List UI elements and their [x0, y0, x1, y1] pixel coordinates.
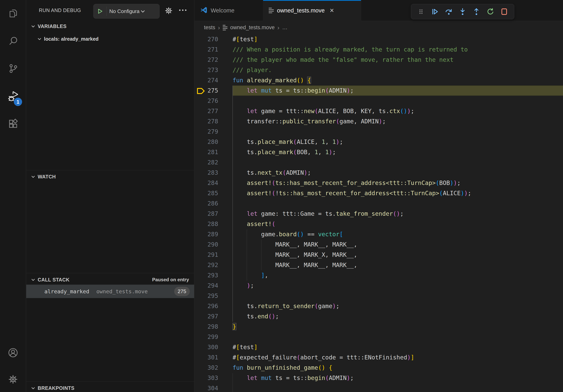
code-line-304[interactable]: 304	[194, 383, 563, 392]
breadcrumb-item[interactable]: owned_tests.move	[230, 25, 275, 31]
activity-settings[interactable]	[0, 369, 26, 391]
code-line-281[interactable]: 281 ts.place_mark(BOB, 1, 1);	[194, 147, 563, 157]
gutter-line-283[interactable]: 283	[194, 168, 232, 178]
gutter-line-301[interactable]: 301	[194, 352, 232, 363]
debug-step-over-icon[interactable]	[442, 5, 455, 18]
gutter-line-275[interactable]: 275	[194, 85, 232, 96]
call-stack-section-header[interactable]: CALL STACK Paused on entry	[26, 275, 194, 285]
code-line-274[interactable]: 274fun already_marked() {	[194, 75, 563, 85]
code-line-282[interactable]: 282	[194, 157, 563, 168]
code-line-293[interactable]: 293 ],	[194, 270, 563, 280]
code-line-291[interactable]: 291 MARK__, MARK_X, MARK__,	[194, 250, 563, 260]
code-line-301[interactable]: 301#[expected_failure(abort_code = ttt::…	[194, 352, 563, 363]
gutter-line-302[interactable]: 302	[194, 363, 232, 373]
tab-welcome[interactable]: Welcome	[194, 0, 263, 21]
gutter-line-270[interactable]: 270	[194, 34, 232, 44]
code-line-270[interactable]: 270#[test]	[194, 34, 563, 44]
gutter-line-271[interactable]: 271	[194, 44, 232, 55]
variables-scope-row[interactable]: locals: already_marked	[26, 34, 194, 44]
gutter-line-287[interactable]: 287	[194, 209, 232, 219]
gutter-line-274[interactable]: 274	[194, 75, 232, 85]
code-line-280[interactable]: 280 ts.place_mark(ALICE, 1, 1);	[194, 137, 563, 147]
code-line-272[interactable]: 272/// the player who made the "false" m…	[194, 55, 563, 65]
code-line-300[interactable]: 300#[test]	[194, 342, 563, 352]
gutter-line-292[interactable]: 292	[194, 260, 232, 270]
code-line-302[interactable]: 302fun burn_unfinished_game() {	[194, 363, 563, 373]
code-line-296[interactable]: 296 ts.return_to_sender(game);	[194, 301, 563, 311]
debug-step-into-icon[interactable]	[456, 5, 469, 18]
breakpoints-section-header[interactable]: BREAKPOINTS	[26, 383, 194, 392]
activity-search[interactable]	[0, 30, 26, 52]
call-stack-frame-row[interactable]: already_marked owned_tests.move 275	[26, 285, 194, 298]
launch-configuration-dropdown[interactable]: No Configura	[93, 4, 160, 19]
gutter-line-284[interactable]: 284	[194, 178, 232, 188]
code-line-277[interactable]: 277 let game = ttt::new(ALICE, BOB, KEY,…	[194, 106, 563, 116]
gutter-line-296[interactable]: 296	[194, 301, 232, 311]
activity-explorer[interactable]	[0, 3, 26, 25]
code-line-292[interactable]: 292 MARK__, MARK__, MARK__,	[194, 260, 563, 270]
code-line-295[interactable]: 295	[194, 291, 563, 301]
gutter-line-300[interactable]: 300	[194, 342, 232, 352]
code-line-284[interactable]: 284 assert!(ts::has_most_recent_for_addr…	[194, 178, 563, 188]
code-line-276[interactable]: 276	[194, 96, 563, 106]
gutter-line-295[interactable]: 295	[194, 291, 232, 301]
more-actions-icon[interactable]	[179, 10, 186, 11]
activity-extensions[interactable]	[0, 113, 26, 135]
gutter-line-278[interactable]: 278	[194, 116, 232, 127]
activity-run-and-debug[interactable]: 1	[0, 85, 26, 107]
breadcrumb-item[interactable]: tests	[204, 25, 215, 31]
code-line-303[interactable]: 303 let mut ts = ts::begin(ADMIN);	[194, 373, 563, 383]
code-line-273[interactable]: 273/// player.	[194, 65, 563, 75]
gutter-line-279[interactable]: 279	[194, 127, 232, 137]
gutter-line-293[interactable]: 293	[194, 270, 232, 280]
code-line-278[interactable]: 278 transfer::public_transfer(game, ADMI…	[194, 116, 563, 127]
gutter-line-299[interactable]: 299	[194, 332, 232, 342]
code-line-297[interactable]: 297 ts.end();	[194, 311, 563, 322]
gutter-line-277[interactable]: 277	[194, 106, 232, 116]
code-area[interactable]: 270#[test]271/// When a position is alre…	[194, 34, 563, 392]
gutter-line-290[interactable]: 290	[194, 239, 232, 250]
gutter-line-291[interactable]: 291	[194, 250, 232, 260]
watch-section-header[interactable]: WATCH	[26, 172, 194, 182]
code-line-279[interactable]: 279	[194, 127, 563, 137]
code-line-289[interactable]: 289 game.board() == vector[	[194, 229, 563, 239]
debug-step-out-icon[interactable]	[470, 5, 483, 18]
code-line-283[interactable]: 283 ts.next_tx(ADMIN);	[194, 168, 563, 178]
code-line-287[interactable]: 287 let game: ttt::Game = ts.take_from_s…	[194, 209, 563, 219]
gutter-line-281[interactable]: 281	[194, 147, 232, 157]
gutter-line-298[interactable]: 298	[194, 322, 232, 332]
close-icon[interactable]: ×	[330, 7, 334, 14]
code-line-288[interactable]: 288 assert!(	[194, 219, 563, 229]
breadcrumb-item[interactable]: …	[282, 25, 288, 31]
gutter-line-286[interactable]: 286	[194, 198, 232, 209]
gutter-line-280[interactable]: 280	[194, 137, 232, 147]
variables-section-header[interactable]: VARIABLES	[26, 21, 194, 31]
gripper-icon[interactable]	[415, 5, 427, 18]
gutter-line-288[interactable]: 288	[194, 219, 232, 229]
gutter-line-273[interactable]: 273	[194, 65, 232, 75]
code-line-275[interactable]: 275 let mut ts = ts::begin(ADMIN);	[194, 85, 563, 96]
code-line-285[interactable]: 285 assert!(!ts::has_most_recent_for_add…	[194, 188, 563, 198]
gutter-line-282[interactable]: 282	[194, 157, 232, 168]
tab-owned-tests[interactable]: owned_tests.move ×	[263, 0, 361, 21]
gutter-line-289[interactable]: 289	[194, 229, 232, 239]
code-line-271[interactable]: 271/// When a position is already marked…	[194, 44, 563, 55]
debug-settings-gear-icon[interactable]	[164, 6, 173, 16]
gutter-line-303[interactable]: 303	[194, 373, 232, 383]
activity-source-control[interactable]	[0, 58, 26, 79]
play-icon[interactable]	[93, 7, 106, 16]
debug-restart-icon[interactable]	[484, 5, 497, 18]
gutter-line-304[interactable]: 304	[194, 383, 232, 392]
gutter-line-276[interactable]: 276	[194, 96, 232, 106]
activity-account[interactable]	[0, 342, 26, 364]
gutter-line-272[interactable]: 272	[194, 55, 232, 65]
debug-continue-icon[interactable]	[428, 5, 441, 18]
gutter-line-297[interactable]: 297	[194, 311, 232, 322]
gutter-line-294[interactable]: 294	[194, 280, 232, 291]
code-line-298[interactable]: 298}	[194, 322, 563, 332]
code-line-294[interactable]: 294 );	[194, 280, 563, 291]
gutter-line-285[interactable]: 285	[194, 188, 232, 198]
code-line-290[interactable]: 290 MARK__, MARK__, MARK__,	[194, 239, 563, 250]
debug-stop-icon[interactable]	[498, 5, 511, 18]
code-line-299[interactable]: 299	[194, 332, 563, 342]
